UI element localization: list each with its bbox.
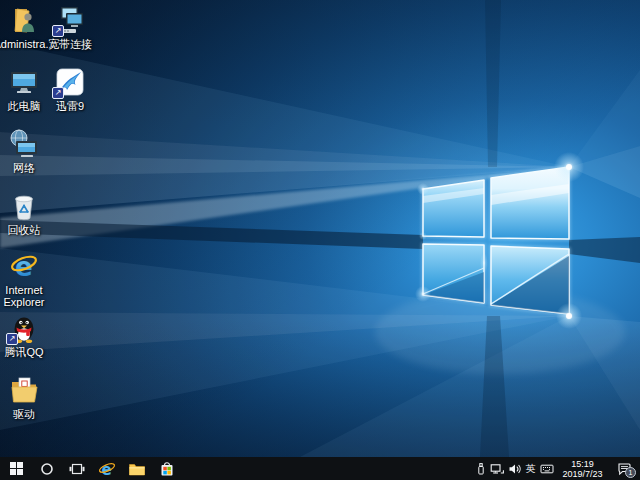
ie-logo-icon: e <box>8 250 40 282</box>
icon-label: 驱动 <box>13 408 35 420</box>
clock-time: 15:19 <box>558 459 607 469</box>
shortcut-arrow-badge: ↗ <box>6 333 18 345</box>
desktop-icon-drivers[interactable]: 驱动 <box>0 374 56 420</box>
ie-icon: e <box>98 460 116 478</box>
ime-language-indicator[interactable]: 英 <box>523 462 538 476</box>
computer-icon <box>8 66 40 98</box>
windows-desktop: Administra... ↗ 宽带连接 <box>0 0 640 480</box>
desktop-icon-qq[interactable]: ↗ 腾讯QQ <box>0 312 56 358</box>
start-button[interactable] <box>0 457 32 480</box>
icon-label: 网络 <box>13 162 35 174</box>
windows-logo-icon <box>10 462 23 475</box>
user-folder-icon <box>8 4 40 36</box>
desktop-icon-network[interactable]: 网络 <box>0 128 56 174</box>
shortcut-arrow-badge: ↗ <box>52 25 64 37</box>
speaker-icon <box>508 462 522 476</box>
usb-device-icon <box>474 462 488 476</box>
icon-label: Internet Explorer <box>0 284 56 308</box>
taskbar-store-button[interactable] <box>152 457 182 480</box>
svg-text:e: e <box>102 460 112 478</box>
network-globe-icon <box>8 128 40 160</box>
folder-icon <box>129 462 145 476</box>
cortana-circle-icon <box>40 462 54 476</box>
network-tray-icon[interactable] <box>489 457 506 480</box>
recycle-bin-icon <box>8 190 40 222</box>
taskbar-file-explorer-button[interactable] <box>122 457 152 480</box>
desktop-icon-thunder9[interactable]: ↗ 迅雷9 <box>38 66 102 112</box>
desktop-icon-internet-explorer[interactable]: e Internet Explorer <box>0 250 56 308</box>
icon-label: 迅雷9 <box>56 100 84 112</box>
clock-date: 2019/7/23 <box>558 469 607 479</box>
taskbar-ie-button[interactable]: e <box>92 457 122 480</box>
icon-label: 腾讯QQ <box>4 346 43 358</box>
touch-keyboard-icon <box>540 462 554 476</box>
system-tray: 英 15:19 2019/7/23 <box>472 457 640 480</box>
search-button[interactable] <box>32 457 62 480</box>
icon-label: 此电脑 <box>8 100 41 112</box>
shortcut-arrow-badge: ↗ <box>52 87 64 99</box>
desktop-icon-broadband[interactable]: ↗ 宽带连接 <box>38 4 102 50</box>
microsoft-store-icon <box>159 461 175 477</box>
usb-tray-icon[interactable] <box>472 457 489 480</box>
desktop-icon-recycle-bin[interactable]: 回收站 <box>0 190 56 236</box>
task-view-icon <box>69 462 85 476</box>
volume-tray-icon[interactable] <box>506 457 523 480</box>
tray-clock[interactable]: 15:19 2019/7/23 <box>558 459 607 479</box>
action-center-badge: 1 <box>625 467 636 478</box>
ime-keyboard-icon[interactable] <box>538 457 555 480</box>
taskbar: e <box>0 457 640 480</box>
wired-network-icon <box>490 462 505 476</box>
icon-label: 宽带连接 <box>48 38 92 50</box>
action-center-button[interactable]: 1 <box>611 457 637 480</box>
task-view-button[interactable] <box>62 457 92 480</box>
drivers-folder-icon <box>8 374 40 406</box>
icon-label: 回收站 <box>8 224 41 236</box>
desktop-icon-grid: Administra... ↗ 宽带连接 <box>0 0 640 457</box>
